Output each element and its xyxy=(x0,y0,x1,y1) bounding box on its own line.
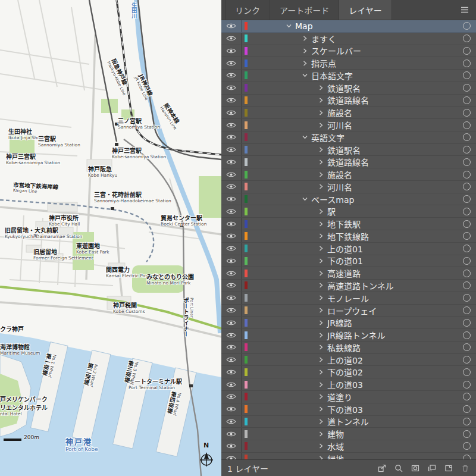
layer-name[interactable]: 地下鉄線路 xyxy=(327,230,369,242)
visibility-toggle[interactable] xyxy=(221,329,242,341)
expand-chevron-icon[interactable] xyxy=(318,406,324,412)
layer-row[interactable]: ますく xyxy=(221,33,476,45)
target-circle[interactable] xyxy=(463,418,471,425)
target-circle[interactable] xyxy=(463,368,471,376)
target-circle[interactable] xyxy=(463,331,471,339)
layer-name[interactable]: 指示点 xyxy=(311,57,336,69)
visibility-toggle[interactable] xyxy=(221,305,242,317)
expand-chevron-icon[interactable] xyxy=(302,36,308,41)
expand-chevron-icon[interactable] xyxy=(286,23,292,29)
layer-name[interactable]: 高速道路トンネル xyxy=(327,280,394,292)
layer-row[interactable]: 鉄道路線名 xyxy=(221,156,476,168)
expand-chevron-icon[interactable] xyxy=(318,159,324,165)
delete-layer-icon[interactable] xyxy=(461,464,470,473)
visibility-toggle[interactable] xyxy=(221,70,242,82)
target-circle[interactable] xyxy=(463,381,471,389)
target-circle[interactable] xyxy=(463,35,471,42)
layer-name[interactable]: 施設名 xyxy=(327,168,352,180)
expand-chevron-icon[interactable] xyxy=(318,308,324,313)
target-circle[interactable] xyxy=(463,133,471,141)
layer-name[interactable]: JR線路トンネル xyxy=(327,329,386,341)
layer-row[interactable]: 指示点 xyxy=(221,57,476,70)
layer-row[interactable]: 私鉄線路 xyxy=(221,342,476,354)
visibility-toggle[interactable] xyxy=(221,280,242,292)
layer-name[interactable]: スケールバー xyxy=(311,45,361,57)
target-circle[interactable] xyxy=(463,208,471,215)
expand-chevron-icon[interactable] xyxy=(318,443,324,449)
layer-row[interactable]: 水域 xyxy=(221,440,476,453)
expand-chevron-icon[interactable] xyxy=(318,295,324,300)
expand-chevron-icon[interactable] xyxy=(302,134,308,140)
visibility-toggle[interactable] xyxy=(221,193,242,205)
target-circle[interactable] xyxy=(463,183,471,190)
layer-row[interactable]: モノレール xyxy=(221,292,476,305)
layer-row[interactable]: 建物 xyxy=(221,428,476,440)
layer-row[interactable]: 鉄道路線名 xyxy=(221,95,476,107)
layer-row[interactable]: 上の道01 xyxy=(221,243,476,255)
visibility-toggle[interactable] xyxy=(221,168,242,180)
target-circle[interactable] xyxy=(463,195,471,203)
new-layer-icon[interactable] xyxy=(444,464,453,473)
visibility-toggle[interactable] xyxy=(221,366,242,378)
layer-name[interactable]: 下の道03 xyxy=(327,403,363,415)
layer-row[interactable]: 上の道03 xyxy=(221,378,476,391)
layer-row[interactable]: ベースmap xyxy=(221,193,476,206)
expand-chevron-icon[interactable] xyxy=(318,98,324,103)
layer-row[interactable]: 日本語文字 xyxy=(221,70,476,82)
layer-name[interactable]: 河川名 xyxy=(327,119,352,131)
layer-name[interactable]: 鉄道駅名 xyxy=(327,82,361,94)
layer-row[interactable]: 鉄道駅名 xyxy=(221,82,476,95)
visibility-toggle[interactable] xyxy=(221,292,242,304)
visibility-toggle[interactable] xyxy=(221,230,242,242)
layer-name[interactable]: 緑地 xyxy=(327,453,344,459)
visibility-toggle[interactable] xyxy=(221,181,242,193)
visibility-toggle[interactable] xyxy=(221,255,242,267)
layer-name[interactable]: 道塗り xyxy=(327,391,352,403)
visibility-toggle[interactable] xyxy=(221,317,242,328)
layer-name[interactable]: 建物 xyxy=(327,428,344,440)
expand-chevron-icon[interactable] xyxy=(318,233,324,239)
expand-chevron-icon[interactable] xyxy=(318,110,324,115)
target-circle[interactable] xyxy=(463,405,471,413)
layer-row[interactable]: Map xyxy=(221,20,476,33)
expand-chevron-icon[interactable] xyxy=(318,333,324,338)
layer-name[interactable]: 道トンネル xyxy=(327,415,369,427)
visibility-toggle[interactable] xyxy=(221,119,242,131)
layer-row[interactable]: 地下鉄線路 xyxy=(221,230,476,243)
layer-row[interactable]: 下の道01 xyxy=(221,255,476,268)
target-circle[interactable] xyxy=(463,232,471,240)
target-circle[interactable] xyxy=(463,319,471,327)
expand-chevron-icon[interactable] xyxy=(302,73,308,78)
target-circle[interactable] xyxy=(463,294,471,302)
expand-chevron-icon[interactable] xyxy=(318,283,324,288)
layer-name[interactable]: Map xyxy=(295,21,313,31)
layer-row[interactable]: 駅 xyxy=(221,205,476,218)
layer-row[interactable]: 高速道路トンネル xyxy=(221,280,476,292)
target-circle[interactable] xyxy=(463,47,471,55)
tab-links[interactable]: リンク xyxy=(225,0,270,20)
expand-chevron-icon[interactable] xyxy=(318,123,324,128)
expand-chevron-icon[interactable] xyxy=(318,271,324,276)
layer-name[interactable]: 鉄道駅名 xyxy=(327,144,361,156)
target-circle[interactable] xyxy=(463,220,471,228)
visibility-toggle[interactable] xyxy=(221,428,242,440)
visibility-toggle[interactable] xyxy=(221,453,242,459)
expand-chevron-icon[interactable] xyxy=(318,431,324,437)
visibility-toggle[interactable] xyxy=(221,391,242,403)
layer-row[interactable]: JR線路 xyxy=(221,317,476,329)
visibility-toggle[interactable] xyxy=(221,243,242,255)
target-circle[interactable] xyxy=(463,356,471,364)
layer-row[interactable]: 高速道路 xyxy=(221,267,476,280)
map-canvas[interactable]: 生田神社Ikuta Jinja Shrine三ノ宮駅Sannomiya Stat… xyxy=(0,0,221,476)
layer-row[interactable]: JR線路トンネル xyxy=(221,329,476,342)
target-circle[interactable] xyxy=(463,281,471,289)
tab-layers[interactable]: レイヤー xyxy=(339,0,392,20)
layer-row[interactable]: 上の道02 xyxy=(221,354,476,367)
layer-name[interactable]: 私鉄線路 xyxy=(327,342,361,353)
layer-name[interactable]: 英語文字 xyxy=(311,131,345,143)
target-circle[interactable] xyxy=(463,171,471,178)
target-circle[interactable] xyxy=(463,270,471,277)
expand-chevron-icon[interactable] xyxy=(318,258,324,264)
layer-row[interactable]: スケールバー xyxy=(221,45,476,58)
expand-chevron-icon[interactable] xyxy=(318,246,324,251)
